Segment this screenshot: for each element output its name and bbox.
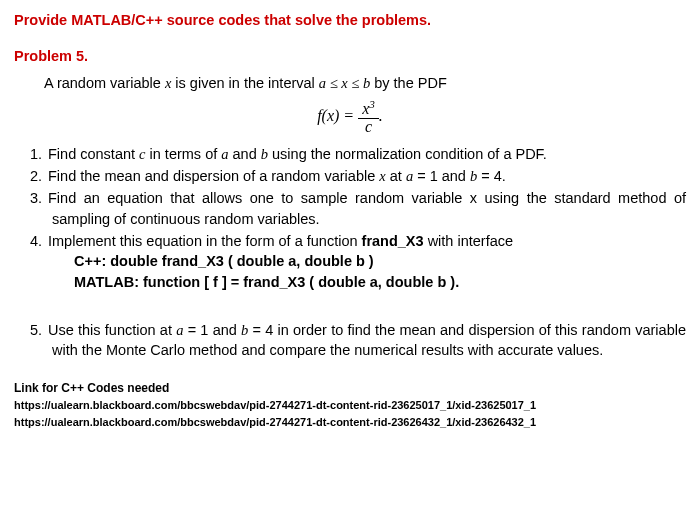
pdf-equation: f(x) = x3c. (14, 99, 686, 136)
item-1: 1.Find constant c in terms of a and b us… (30, 144, 686, 164)
intro-suffix: by the PDF (370, 75, 447, 91)
item-1-v3: b (261, 146, 268, 162)
intro-prefix: A random variable (44, 75, 165, 91)
item-2-p1: Find the mean and dispersion of a random… (48, 168, 379, 184)
item-3: 3.Find an equation that allows one to sa… (30, 188, 686, 229)
item-4-line1: C++: double frand_X3 ( double a, double … (74, 251, 686, 271)
link-1: https://ualearn.blackboard.com/bbcswebda… (14, 398, 686, 413)
link-2: https://ualearn.blackboard.com/bbcswebda… (14, 415, 686, 430)
item-2-p4: = 4. (477, 168, 506, 184)
page-title: Provide MATLAB/C++ source codes that sol… (14, 10, 686, 30)
item-4-p2: with interface (424, 233, 513, 249)
item-5-p2: = 1 and (183, 322, 241, 338)
eq-lhs: f(x) = (317, 107, 358, 124)
item-4-num: 4. (30, 231, 48, 251)
eq-denominator: c (358, 119, 379, 136)
item-1-num: 1. (30, 144, 48, 164)
intro-range: a ≤ x ≤ b (319, 75, 370, 91)
item-2-num: 2. (30, 166, 48, 186)
problem-heading: Problem 5. (14, 46, 686, 66)
item-2: 2.Find the mean and dispersion of a rand… (30, 166, 686, 186)
eq-num-sup: 3 (369, 98, 375, 110)
problem-intro: A random variable x is given in the inte… (44, 73, 686, 93)
item-4-b1: frand_X3 (362, 233, 424, 249)
item-5-p1: Use this function at (48, 322, 176, 338)
item-2-p2: at (386, 168, 406, 184)
intro-mid: is given in the interval (171, 75, 319, 91)
item-5-num: 5. (30, 320, 48, 340)
item-4-line2: MATLAB: function [ f ] = frand_X3 ( doub… (74, 272, 686, 292)
item-3-num: 3. (30, 188, 48, 208)
item-1-p4: using the normalization condition of a P… (268, 146, 547, 162)
item-1-p2: in terms of (146, 146, 222, 162)
item-5: 5.Use this function at a = 1 and b = 4 i… (30, 320, 686, 361)
item-1-v2: a (221, 146, 228, 162)
eq-numerator: x3 (358, 99, 379, 119)
item-4: 4.Implement this equation in the form of… (30, 231, 686, 292)
item-1-p1: Find constant (48, 146, 139, 162)
eq-tail: . (379, 107, 383, 124)
problem-list: 1.Find constant c in terms of a and b us… (30, 144, 686, 292)
item-1-p3: and (229, 146, 261, 162)
item-4-p1: Implement this equation in the form of a… (48, 233, 362, 249)
eq-fraction: x3c (358, 99, 379, 136)
links-heading: Link for C++ Codes needed (14, 380, 686, 397)
item-3-text: Find an equation that allows one to samp… (48, 190, 686, 226)
item-2-p3: = 1 and (413, 168, 470, 184)
